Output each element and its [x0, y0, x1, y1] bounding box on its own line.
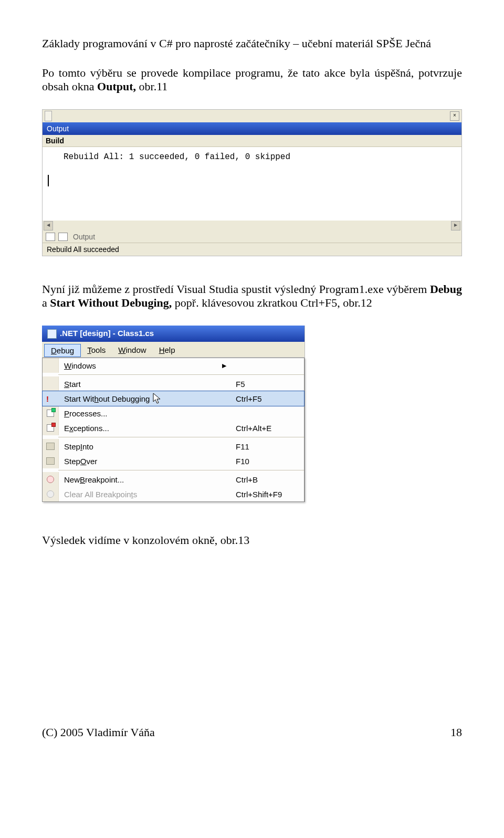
- paragraph-2: Nyní již můžeme z prostředí Visual Studi…: [42, 282, 462, 310]
- footer-left: (C) 2005 Vladimír Váňa: [42, 726, 155, 739]
- menu-item-start[interactable]: Start F5: [43, 376, 304, 391]
- paragraph-3: Výsledek vidíme v konzolovém okně, obr.1…: [42, 533, 462, 547]
- output-console: Rebuild All: 1 succeeded, 0 failed, 0 sk…: [43, 147, 461, 221]
- csharp-icon: [47, 329, 57, 339]
- exceptions-icon: [47, 424, 54, 432]
- menu-tools[interactable]: Tools: [81, 344, 112, 357]
- page-footer: (C) 2005 Vladimír Váňa 18: [42, 726, 462, 739]
- shortcut-over: F10: [236, 457, 304, 466]
- shortcut-into: F11: [236, 442, 304, 451]
- menu-item-step-over[interactable]: Step Over F10: [43, 454, 304, 468]
- text-cursor: [48, 175, 49, 186]
- menu-item-step-into[interactable]: Step Into F11: [43, 439, 304, 454]
- para2-text-e: popř. klávesovou zkratkou Ctrl+F5, obr.1…: [175, 296, 372, 309]
- shortcut-swd: Ctrl+F5: [236, 394, 304, 403]
- para2-text-c: a: [42, 296, 50, 309]
- shortcut-nbp: Ctrl+B: [236, 475, 304, 484]
- play-icon: [46, 380, 55, 388]
- bottom-tab-label[interactable]: Output: [71, 233, 97, 241]
- debug-menu-screenshot: .NET [design] - Class1.cs Debug Tools Wi…: [42, 326, 305, 502]
- menu-debug[interactable]: Debug: [44, 344, 81, 357]
- tasklist-tab-icon[interactable]: [46, 233, 55, 241]
- mouse-cursor-icon: [153, 393, 162, 404]
- menu-item-new-breakpoint[interactable]: New Breakpoint... Ctrl+B: [43, 472, 304, 487]
- status-bar: Rebuild All succeeded: [43, 243, 461, 256]
- exclaim-icon: !: [46, 394, 55, 403]
- close-icon[interactable]: ×: [450, 111, 459, 121]
- shortcut-exc: Ctrl+Alt+E: [236, 424, 304, 433]
- para1-text-c: obr.11: [139, 80, 168, 93]
- scrollbar[interactable]: ◀ ▶: [43, 221, 461, 231]
- toolbar-combo[interactable]: [45, 111, 52, 121]
- window-title-text: .NET [design] - Class1.cs: [60, 329, 154, 338]
- menu-item-windows[interactable]: Windows▶: [43, 358, 304, 373]
- para1-text-b: Output,: [97, 80, 139, 93]
- step-over-icon: [46, 457, 55, 465]
- menu-window[interactable]: Window: [112, 344, 152, 357]
- para2-text-d: Start Without Debuging,: [50, 296, 175, 309]
- window-title: .NET [design] - Class1.cs: [42, 326, 304, 342]
- menu-debug-rest: ebug: [57, 346, 74, 355]
- menu-item-start-without-debugging[interactable]: ! Start Without Debugging Ctrl+F5: [42, 391, 304, 406]
- menu-help[interactable]: Help: [153, 344, 182, 357]
- output-tab[interactable]: Output: [43, 122, 461, 135]
- footer-page-number: 18: [450, 726, 462, 739]
- breakpoint-icon: [47, 476, 54, 483]
- console-text: Rebuild All: 1 succeeded, 0 failed, 0 sk…: [64, 152, 290, 162]
- output-tab-icon[interactable]: [58, 233, 68, 241]
- output-window-screenshot: × Output Build Rebuild All: 1 succeeded,…: [42, 109, 462, 256]
- processes-icon: [47, 410, 54, 417]
- menu-item-processes[interactable]: Processes...: [43, 406, 304, 421]
- menubar: Debug Tools Window Help: [42, 342, 304, 358]
- menu-item-clear-breakpoints: Clear All Breakpoints Ctrl+Shift+F9: [43, 487, 304, 501]
- shortcut-cab: Ctrl+Shift+F9: [236, 490, 304, 499]
- shortcut-start: F5: [236, 380, 304, 389]
- bottom-tabs: Output: [43, 231, 461, 243]
- para2-text-a: Nyní již můžeme z prostředí Visual Studi…: [42, 282, 430, 296]
- chevron-right-icon: ▶: [222, 362, 226, 369]
- menu-item-exceptions[interactable]: Exceptions... Ctrl+Alt+E: [43, 421, 304, 435]
- toolbar-top: ×: [43, 110, 461, 122]
- scroll-left-icon[interactable]: ◀: [44, 221, 53, 231]
- para2-text-b: Debug: [430, 282, 462, 296]
- blank-icon: [46, 361, 55, 370]
- paragraph-1: Po tomto výběru se provede kompilace pro…: [42, 66, 462, 93]
- clear-breakpoints-icon: [47, 490, 54, 498]
- page-header: Základy programování v C# pro naprosté z…: [42, 37, 462, 50]
- scroll-right-icon[interactable]: ▶: [451, 221, 460, 231]
- build-dropdown[interactable]: Build: [43, 135, 461, 147]
- step-into-icon: [46, 443, 55, 450]
- debug-dropdown: Windows▶ Start F5 ! Start Without Debugg…: [42, 358, 304, 502]
